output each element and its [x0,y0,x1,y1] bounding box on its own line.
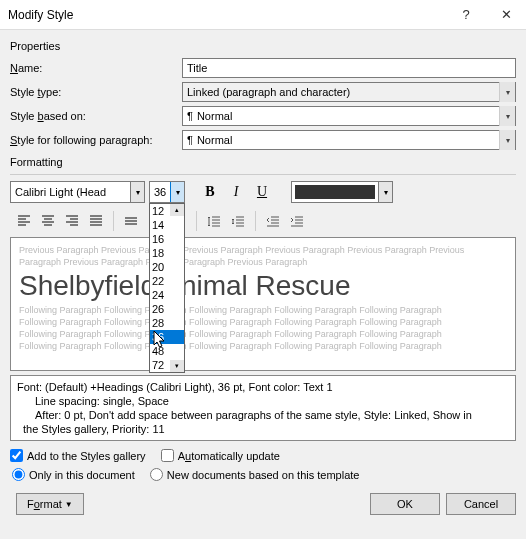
chevron-down-icon: ▾ [499,82,515,102]
format-button[interactable]: Format▼ [16,493,84,515]
chevron-down-icon[interactable]: ▾ [499,130,515,150]
spacing-1-button[interactable] [119,209,143,233]
preview-prev-para: Paragraph Previous Paragraph Previous Pa… [19,256,507,268]
font-size-dropdown[interactable]: ▴ 121416182022242628364872▾ [149,203,185,373]
underline-button[interactable]: U [251,181,273,203]
font-size-option[interactable]: 20 [150,260,184,274]
font-size-option[interactable]: 48 [150,344,184,358]
chevron-down-icon[interactable]: ▾ [499,106,515,126]
add-gallery-input[interactable] [10,449,23,462]
chevron-down-icon[interactable]: ▾ [378,182,392,202]
ok-button[interactable]: OK [370,493,440,515]
auto-update-input[interactable] [161,449,174,462]
preview-title: Shelbyfield Animal Rescue [19,270,507,302]
style-type-label: Style type: [10,86,182,98]
font-name-combo[interactable]: Calibri Light (Head ▾ [10,181,145,203]
based-on-value: Normal [197,110,232,122]
font-size-option[interactable]: 24 [150,288,184,302]
following-value: Normal [197,134,232,146]
italic-button[interactable]: I [225,181,247,203]
only-document-radio[interactable]: Only in this document [12,468,135,481]
font-size-option[interactable]: 18 [150,246,184,260]
font-size-option[interactable]: 36 [150,330,184,344]
decrease-indent-button[interactable] [261,209,285,233]
preview-next-para: Following Paragraph Following Paragraph … [19,304,507,316]
align-justify-button[interactable] [84,209,108,233]
desc-line: After: 0 pt, Don't add space between par… [17,408,509,422]
preview-next-para: Following Paragraph Following Paragraph … [19,340,507,352]
scroll-up-icon[interactable]: ▴ [170,204,184,216]
pilcrow-icon: ¶ [187,110,193,122]
chevron-down-icon[interactable]: ▾ [170,182,184,202]
font-name-value: Calibri Light (Head [15,186,106,198]
style-type-value: Linked (paragraph and character) [187,86,350,98]
name-label: Name: [10,62,182,74]
checkbox-row: Add to the Styles gallery Automatically … [10,449,516,464]
bold-button[interactable]: B [199,181,221,203]
align-center-button[interactable] [36,209,60,233]
pilcrow-icon: ¶ [187,134,193,146]
close-button[interactable]: ✕ [486,0,526,30]
properties-header: Properties [10,40,516,52]
font-size-option[interactable]: 22 [150,274,184,288]
font-size-option[interactable]: 28 [150,316,184,330]
font-size-combo[interactable]: 36 ▾ [149,181,185,203]
font-size-option[interactable]: 26 [150,302,184,316]
font-size-value: 36 [154,186,166,198]
based-on-combo[interactable]: ¶ Normal ▾ [182,106,516,126]
following-label: Style for following paragraph: [10,134,182,146]
style-type-combo: Linked (paragraph and character) ▾ [182,82,516,102]
auto-update-checkbox[interactable]: Automatically update [161,449,280,462]
new-documents-input[interactable] [150,468,163,481]
radio-row: Only in this document New documents base… [10,468,516,483]
align-left-button[interactable] [12,209,36,233]
preview-next-para: Following Paragraph Following Paragraph … [19,316,507,328]
title-bar: Modify Style ? ✕ [0,0,526,30]
align-right-button[interactable] [60,209,84,233]
font-size-option[interactable]: 14 [150,218,184,232]
cancel-button[interactable]: Cancel [446,493,516,515]
font-color-button[interactable]: ▾ [291,181,393,203]
divider [10,174,516,175]
increase-para-space-button[interactable] [202,209,226,233]
desc-line: Line spacing: single, Space [17,394,509,408]
increase-indent-button[interactable] [285,209,309,233]
divider [255,211,256,231]
decrease-para-space-button[interactable] [226,209,250,233]
formatting-header: Formatting [10,156,516,168]
following-combo[interactable]: ¶ Normal ▾ [182,130,516,150]
scroll-down-icon[interactable]: ▾ [170,360,184,372]
desc-line: Font: (Default) +Headings (Calibri Light… [17,380,509,394]
preview-prev-para: Previous Paragraph Previous Paragraph Pr… [19,244,507,256]
add-gallery-checkbox[interactable]: Add to the Styles gallery [10,449,146,462]
only-document-input[interactable] [12,468,25,481]
font-size-option[interactable]: 16 [150,232,184,246]
preview-pane: Previous Paragraph Previous Paragraph Pr… [10,237,516,371]
based-on-label: Style based on: [10,110,182,122]
color-swatch [295,185,375,199]
window-title: Modify Style [8,8,446,22]
chevron-down-icon[interactable]: ▾ [130,182,144,202]
new-documents-radio[interactable]: New documents based on this template [150,468,360,481]
style-description: Font: (Default) +Headings (Calibri Light… [10,375,516,441]
name-input[interactable] [182,58,516,78]
help-button[interactable]: ? [446,0,486,30]
preview-next-para: Following Paragraph Following Paragraph … [19,328,507,340]
divider [196,211,197,231]
divider [113,211,114,231]
desc-line: the Styles gallery, Priority: 11 [17,422,509,436]
paragraph-toolbar [10,209,516,233]
